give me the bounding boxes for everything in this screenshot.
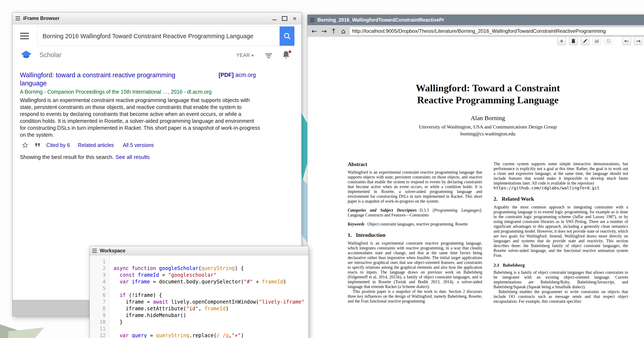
desktop: iFrame Browser × [0, 0, 644, 338]
paper-email: borning@cs.washington.edu [348, 131, 628, 137]
trash-icon [571, 38, 576, 44]
code-text [110, 325, 114, 332]
line-number: 7 [90, 298, 110, 305]
page-prev-button[interactable]: ← [622, 37, 631, 45]
intro-paragraph-2: This position paper is a snapshot of the… [348, 289, 482, 303]
window-menu-icon[interactable] [310, 18, 314, 23]
pdf-titlebar[interactable]: Borning_2016_WallingfordTowardConstraint… [308, 15, 644, 25]
window-menu-icon[interactable] [16, 16, 20, 21]
cited-by-link[interactable]: Cited by 6 [46, 142, 70, 148]
section-2-heading: 2. Related Work [494, 196, 628, 202]
minimize-icon [272, 20, 277, 20]
url-input[interactable] [349, 27, 644, 35]
workspace-window: Workspace 12async function googleScholar… [90, 246, 309, 338]
window-controls: × [271, 15, 298, 22]
code-line[interactable]: 5 [90, 285, 308, 292]
line-number: 11 [90, 325, 110, 332]
cancel-button[interactable] [604, 37, 613, 45]
minimize-button[interactable] [271, 15, 278, 22]
scholar-header: Scholar YEAR▾ [12, 49, 301, 64]
categories-italic: Programming Languages [434, 208, 480, 213]
add-button[interactable]: + [557, 37, 566, 45]
code-line[interactable]: 9 iframe.hideMenubar() [90, 312, 308, 319]
code-line[interactable]: 6 if (!iframe) { [90, 292, 308, 298]
search-input[interactable] [37, 27, 280, 46]
babelsberg-paragraph-2: Babelsberg enables the programmer to wri… [494, 289, 628, 304]
code-text: const frameId = "googleschoolar" [110, 272, 216, 278]
pdf-source: acm.org [235, 72, 256, 78]
line-number: 12 [90, 332, 110, 338]
code-line[interactable]: 1 [90, 258, 308, 265]
home-button[interactable]: ⌂ [338, 26, 348, 36]
paper-title-line1: Wallingford: Toward a Constraint [348, 82, 628, 94]
code-line[interactable]: 2async function googleScholar(queryStrin… [90, 265, 308, 272]
result-snippet: Wallingford is an experimental constrain… [20, 97, 261, 138]
section-1-heading: 1. Introduction [348, 232, 482, 238]
keywords-text: Object constraint languages, reactive pr… [367, 222, 468, 226]
pencil-icon [583, 39, 588, 43]
all-versions-link[interactable]: All 5 versions [123, 142, 154, 148]
paper-columns: Abstract Wallingford is an experimental … [348, 161, 628, 304]
browser-titlebar[interactable]: iFrame Browser × [12, 13, 301, 24]
forward-button[interactable]: → [319, 26, 329, 36]
keywords-block: KeywordsObject constraint languages, rea… [348, 222, 482, 227]
up-button[interactable]: ↑ [329, 26, 338, 36]
paper-author: Alan Borning [348, 114, 628, 121]
abstract-heading: Abstract [348, 161, 482, 167]
scholar-logo-icon[interactable] [21, 50, 32, 60]
notification-dot [288, 50, 291, 53]
maximize-button[interactable] [281, 15, 288, 22]
see-all-results-link[interactable]: See all results [116, 154, 150, 160]
right-paragraph-1: The current system supports some simple … [494, 161, 628, 186]
year-filter-dropdown[interactable]: YEAR▾ [236, 53, 254, 58]
back-button[interactable]: ← [310, 26, 319, 36]
cite-quote-icon[interactable] [34, 142, 41, 148]
search-menu-icon[interactable] [20, 32, 29, 40]
abstract-text: Wallingford is an experimental constrain… [348, 170, 482, 204]
paper-left-column: Abstract Wallingford is an experimental … [348, 161, 482, 304]
pdf-window-title: Borning_2016_WallingfordTowardConstraint… [318, 17, 444, 23]
save-button[interactable] [592, 37, 601, 45]
page-next-button[interactable]: → [634, 37, 643, 45]
code-line[interactable]: 7 iframe = await lively.openComponentInW… [90, 298, 308, 305]
close-button[interactable]: × [291, 15, 298, 22]
pdf-viewer-window: Borning_2016_WallingfordTowardConstraint… [307, 15, 644, 338]
code-line[interactable]: 10 } [90, 319, 308, 325]
code-text: iframe = await lively.openComponentInWin… [110, 298, 304, 305]
filter-icon[interactable] [264, 52, 273, 60]
code-line[interactable]: 3 const frameId = "googleschoolar" [90, 272, 308, 278]
scholar-cap-icon [21, 50, 32, 60]
line-number: 6 [90, 292, 110, 298]
code-text: iframe.setAttribute("id", frameId) [110, 305, 229, 312]
line-number: 5 [90, 285, 110, 292]
code-line[interactable]: 8 iframe.setAttribute("id", frameId) [90, 305, 308, 312]
code-line[interactable]: 11 [90, 325, 308, 332]
notifications-bell-button[interactable] [282, 50, 292, 60]
window-menu-icon[interactable] [92, 248, 97, 253]
search-button[interactable] [280, 27, 294, 46]
related-articles-link[interactable]: Related articles [78, 142, 114, 148]
code-line[interactable]: 4 var iframe = document.body.querySelect… [90, 278, 308, 285]
chevron-down-icon: ▾ [252, 53, 254, 58]
maximize-icon [282, 16, 287, 21]
result-byline: A Borning - Companion Proceedings of the… [20, 89, 272, 95]
code-text: var iframe = document.body.querySelector… [110, 278, 286, 285]
line-number: 1 [90, 258, 110, 265]
window-title: iFrame Browser [23, 16, 60, 21]
results-footer: Showing the best result for this search.… [20, 154, 272, 160]
search-icon [283, 32, 291, 40]
line-number: 8 [90, 305, 110, 312]
code-line[interactable]: 12 var query = queryString.replace(/ /g,… [90, 332, 308, 338]
save-star-icon[interactable] [22, 142, 29, 148]
pdf-link[interactable]: [PDF]acm.org [218, 72, 256, 78]
code-editor[interactable]: 12async function googleScholar(queryStri… [90, 255, 308, 338]
scholar-brand[interactable]: Scholar [40, 51, 62, 59]
edit-button[interactable] [581, 37, 590, 45]
line-number: 2 [90, 265, 110, 272]
workspace-titlebar[interactable]: Workspace [90, 246, 308, 255]
code-text [110, 285, 114, 292]
repository-url: https://github.com/cdglabs/wallingford.g… [494, 186, 628, 191]
delete-button[interactable] [569, 37, 578, 45]
result-title-link[interactable]: Wallingford: toward a constraint reactiv… [20, 71, 202, 87]
paper-right-column: The current system supports some simple … [494, 161, 628, 304]
